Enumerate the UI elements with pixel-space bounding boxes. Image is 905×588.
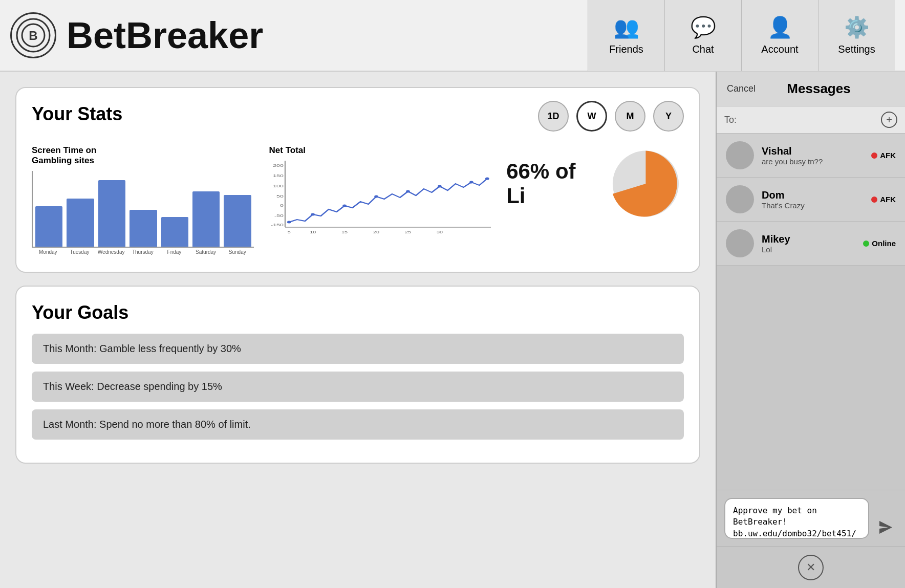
svg-text:15: 15 bbox=[341, 230, 348, 234]
goal-item-1: This Month: Gamble less frequently by 30… bbox=[32, 334, 684, 364]
svg-text:50: 50 bbox=[276, 194, 284, 198]
bar-day-label: Wednesday bbox=[97, 249, 125, 255]
bar-wednesday bbox=[98, 180, 125, 247]
line-chart-container: Net Total 200 150 100 50 0 -50 -150 bbox=[269, 145, 491, 239]
contact-preview-mikey: Lol bbox=[762, 245, 855, 254]
svg-point-14 bbox=[342, 205, 347, 207]
time-filter-1d[interactable]: 1D bbox=[538, 101, 569, 132]
limit-section: 66% of Li bbox=[506, 145, 684, 222]
limit-pie bbox=[608, 145, 684, 222]
status-label-dom: AFK bbox=[880, 195, 896, 204]
svg-marker-27 bbox=[879, 521, 892, 534]
chat-icon: 💬 bbox=[691, 15, 716, 39]
nav-bar: 👥 Friends 💬 Chat 👤 Account ⚙️ Settings bbox=[588, 0, 895, 71]
bar-thursday bbox=[130, 210, 157, 247]
time-filter-y[interactable]: Y bbox=[653, 101, 684, 132]
nav-chat[interactable]: 💬 Chat bbox=[664, 0, 741, 71]
status-mikey: Online bbox=[863, 239, 896, 248]
svg-text:0: 0 bbox=[280, 203, 284, 207]
contact-item-mikey[interactable]: Mikey Lol Online bbox=[717, 222, 905, 266]
status-dot-dom bbox=[871, 197, 877, 203]
account-icon: 👤 bbox=[767, 15, 793, 39]
bar-saturday bbox=[192, 191, 220, 247]
bar-chart-container: Screen Time onGambling sites MondayTuesd… bbox=[32, 145, 254, 256]
messages-title: Messages bbox=[763, 81, 874, 97]
contact-info-mikey: Mikey Lol bbox=[762, 233, 855, 254]
bar-sunday bbox=[224, 195, 251, 247]
svg-point-19 bbox=[485, 178, 489, 180]
add-recipient-button[interactable]: + bbox=[881, 112, 897, 128]
bar-monday bbox=[35, 206, 62, 247]
nav-account-label: Account bbox=[761, 43, 798, 55]
screen-time-label: Screen Time onGambling sites bbox=[32, 145, 254, 166]
svg-text:20: 20 bbox=[373, 230, 379, 234]
bar-day-label: Sunday bbox=[224, 249, 251, 255]
contact-item-vishal[interactable]: Vishal are you busy tn?? AFK bbox=[717, 134, 905, 178]
status-dom: AFK bbox=[871, 195, 896, 204]
svg-text:150: 150 bbox=[273, 173, 284, 178]
close-messages-button[interactable]: ✕ bbox=[798, 555, 824, 580]
bar-day-label: Tuesday bbox=[66, 249, 94, 255]
stats-title: Your Stats bbox=[32, 103, 122, 125]
bar-day-label: Friday bbox=[161, 249, 188, 255]
goal-item-3: Last Month: Spend no more than 80% of li… bbox=[32, 409, 684, 440]
svg-text:200: 200 bbox=[273, 163, 284, 167]
svg-text:B: B bbox=[29, 29, 37, 42]
goal-item-2: This Week: Decrease spending by 15% bbox=[32, 372, 684, 402]
avatar-vishal bbox=[726, 141, 754, 169]
nav-friends-label: Friends bbox=[609, 43, 643, 55]
messages-header: Cancel Messages bbox=[717, 72, 905, 106]
left-panel: Your Stats 1D W M Y Screen Time onGambli… bbox=[0, 72, 716, 588]
message-input[interactable] bbox=[724, 498, 869, 539]
send-button[interactable] bbox=[874, 516, 897, 539]
bar-day-label: Saturday bbox=[192, 249, 220, 255]
cancel-button[interactable]: Cancel bbox=[727, 83, 756, 94]
status-dot-vishal bbox=[871, 153, 877, 159]
goals-card: Your Goals This Month: Gamble less frequ… bbox=[15, 286, 700, 464]
contact-name-vishal: Vishal bbox=[762, 145, 864, 157]
contact-info-dom: Dom That's Crazy bbox=[762, 189, 864, 210]
nav-account[interactable]: 👤 Account bbox=[741, 0, 818, 71]
bar-day-label: Monday bbox=[34, 249, 62, 255]
svg-point-12 bbox=[287, 221, 291, 224]
contact-item-dom[interactable]: Dom That's Crazy AFK bbox=[717, 178, 905, 222]
app-title: BetBreaker bbox=[67, 14, 588, 56]
contact-name-dom: Dom bbox=[762, 189, 864, 201]
svg-text:-50: -50 bbox=[274, 213, 284, 217]
bar-day-label: Thursday bbox=[129, 249, 157, 255]
contact-preview-dom: That's Crazy bbox=[762, 201, 864, 210]
to-input[interactable] bbox=[741, 115, 881, 125]
svg-text:30: 30 bbox=[436, 230, 442, 234]
avatar-dom bbox=[726, 185, 754, 213]
svg-point-17 bbox=[438, 185, 442, 188]
bar-friday bbox=[161, 217, 188, 247]
message-input-area bbox=[717, 490, 905, 547]
svg-text:25: 25 bbox=[405, 230, 411, 234]
nav-settings-label: Settings bbox=[838, 43, 875, 55]
goals-title: Your Goals bbox=[32, 302, 684, 323]
status-label-mikey: Online bbox=[872, 239, 896, 248]
svg-text:100: 100 bbox=[273, 184, 284, 188]
svg-point-16 bbox=[406, 190, 410, 193]
svg-point-15 bbox=[374, 195, 378, 198]
net-total-label: Net Total bbox=[269, 145, 491, 156]
stats-card: Your Stats 1D W M Y Screen Time onGambli… bbox=[15, 87, 700, 273]
time-filter-m[interactable]: M bbox=[615, 101, 645, 132]
line-chart: 200 150 100 50 0 -50 -150 bbox=[269, 161, 491, 237]
messages-panel: Cancel Messages To: + Vishal are you bus… bbox=[716, 72, 905, 588]
svg-text:-150: -150 bbox=[271, 223, 284, 227]
contact-preview-vishal: are you busy tn?? bbox=[762, 157, 864, 166]
messages-footer: ✕ bbox=[717, 547, 905, 588]
friends-icon: 👥 bbox=[614, 15, 639, 39]
app-logo: B bbox=[10, 12, 56, 58]
contact-name-mikey: Mikey bbox=[762, 233, 855, 245]
nav-settings[interactable]: ⚙️ Settings bbox=[818, 0, 895, 71]
nav-friends[interactable]: 👥 Friends bbox=[588, 0, 664, 71]
avatar-mikey bbox=[726, 229, 754, 257]
bar-chart bbox=[32, 171, 254, 248]
time-filter-w[interactable]: W bbox=[576, 101, 607, 132]
to-label: To: bbox=[724, 115, 737, 125]
status-label-vishal: AFK bbox=[880, 151, 896, 160]
settings-icon: ⚙️ bbox=[844, 15, 870, 39]
contact-list: Vishal are you busy tn?? AFK Dom That's … bbox=[717, 134, 905, 490]
